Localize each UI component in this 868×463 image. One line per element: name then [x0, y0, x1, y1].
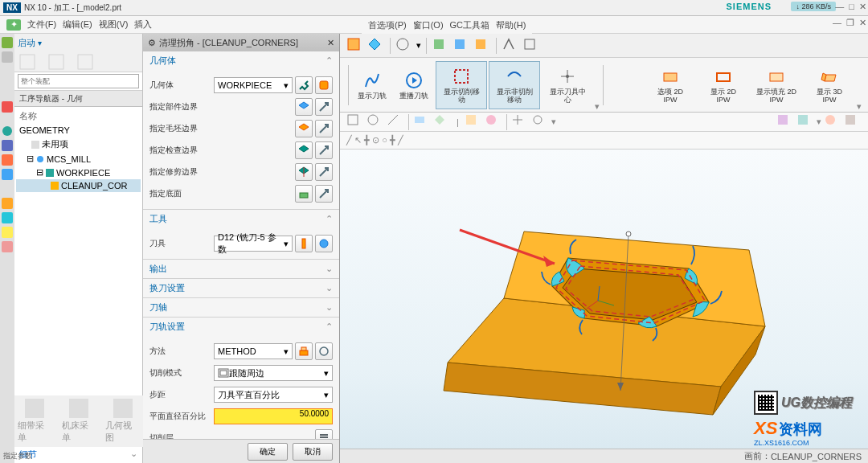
menu-prefs[interactable]: 首选项(P) [368, 19, 407, 31]
check-boundary-select-icon[interactable] [295, 141, 313, 159]
chevron-down-icon[interactable]: ▾ [817, 117, 821, 127]
vp-tool-6[interactable] [473, 37, 491, 55]
part-boundary-display-icon[interactable] [315, 98, 333, 116]
tree-item[interactable]: 未用项 [16, 137, 141, 152]
ribbon-show-fill-2d-ipw[interactable]: 显示填充 2D IPW [751, 61, 802, 109]
method-edit-icon[interactable] [295, 342, 313, 360]
trim-boundary-select-icon[interactable] [295, 163, 313, 181]
inner-close-icon[interactable]: ✕ [859, 18, 866, 28]
ribbon-show-3d-ipw[interactable]: 显示 3D IPW [804, 61, 855, 109]
ribbon-show-cutting[interactable]: 显示切削移动 [436, 61, 487, 109]
vp-tool-5[interactable] [452, 37, 470, 55]
assembly-search[interactable] [18, 74, 139, 88]
menu-gc-toolbox[interactable]: GC工具箱 [450, 19, 490, 31]
minimize-icon[interactable]: — [835, 2, 844, 12]
mini-tool-right-1[interactable] [776, 113, 794, 131]
mini-tool-5[interactable] [433, 113, 451, 131]
vp-tool-8[interactable] [522, 37, 540, 55]
trim-boundary-display-icon[interactable] [315, 163, 333, 181]
geometry-edit-icon[interactable] [295, 76, 313, 94]
mini-tool-6[interactable] [465, 113, 482, 131]
vp-tool-1[interactable] [346, 37, 364, 55]
mini-tool-3[interactable] [387, 113, 404, 131]
nav-icon-4[interactable] [2, 125, 13, 137]
section-tool[interactable]: 工具⌃ [143, 210, 339, 228]
floor-select-icon[interactable] [295, 185, 313, 203]
stepover-select[interactable]: 刀具平直百分比▾ [214, 387, 333, 403]
nav-icon-1[interactable] [2, 37, 13, 48]
ribbon-option-2d-ipw[interactable]: 选项 2D IPW [645, 61, 696, 109]
cut-pattern-select[interactable]: 跟随周边▾ [214, 365, 333, 381]
mini-tool-1[interactable] [346, 113, 364, 131]
nav-icon-8[interactable] [2, 198, 13, 209]
menu-file[interactable]: 文件(F) [27, 18, 56, 31]
geometry-new-icon[interactable] [315, 76, 333, 94]
vp-tool-3[interactable] [395, 37, 413, 55]
mini-tool-2[interactable] [366, 113, 384, 131]
chevron-down-icon[interactable]: ▾ [416, 40, 421, 51]
cut-level-icon[interactable] [315, 429, 333, 439]
tree-item-selected[interactable]: CLEANUP_COR [16, 179, 141, 192]
ribbon-show-noncutting[interactable]: 显示非切削移动 [489, 61, 540, 109]
mini-tool-9[interactable] [531, 113, 549, 131]
nav-icon-6[interactable] [2, 154, 13, 166]
gear-icon[interactable]: ⚙ [148, 38, 156, 48]
menu-edit[interactable]: 编辑(E) [63, 18, 92, 31]
tool-select[interactable]: D12 (铣刀-5 参数▾ [214, 236, 293, 252]
chevron-down-icon[interactable]: ▾ [551, 117, 556, 127]
section-tool-change[interactable]: 换刀设置⌄ [143, 279, 339, 297]
tool-new-icon[interactable] [295, 235, 313, 252]
ribbon-show-tool-center[interactable]: 显示刀具中心 [542, 61, 593, 109]
section-output[interactable]: 输出⌄ [143, 260, 339, 278]
ribbon-show-2d-ipw[interactable]: 显示 2D IPW [698, 61, 749, 109]
nav-icon-5[interactable] [2, 140, 13, 151]
ribbon-show-toolpath[interactable]: 显示刀轨 [352, 61, 392, 109]
chevron-down-icon[interactable]: ▾ [857, 101, 862, 112]
method-select[interactable]: METHOD▾ [214, 343, 293, 359]
maximize-icon[interactable]: □ [849, 2, 854, 12]
floor-display-icon[interactable] [315, 185, 333, 203]
nx-pill-icon[interactable]: ✦ [6, 19, 21, 31]
mini-tool-right-4[interactable] [844, 113, 862, 131]
vp-tool-4[interactable] [432, 37, 449, 55]
check-boundary-display-icon[interactable] [315, 141, 333, 159]
geometry-select[interactable]: WORKPIECE▾ [214, 77, 293, 93]
tree-item[interactable]: ⊟ WORKPIECE [16, 166, 141, 179]
mini-tool-right-3[interactable] [824, 113, 841, 131]
section-geometry[interactable]: 几何体⌃ [143, 51, 339, 70]
vp-tool-2[interactable] [367, 37, 385, 55]
nav-icon-2[interactable] [2, 51, 13, 63]
menu-insert[interactable]: 插入 [134, 18, 152, 31]
inner-restore-icon[interactable]: ❐ [846, 18, 854, 28]
chevron-down-icon[interactable]: ▾ [595, 101, 600, 112]
nav-icon-9[interactable] [2, 212, 13, 223]
method-show-icon[interactable] [315, 342, 333, 360]
nav-icon-3[interactable] [2, 101, 13, 113]
percent-input[interactable]: 50.0000 [214, 408, 333, 424]
ribbon-replay-toolpath[interactable]: 重播刀轨 [394, 61, 434, 109]
mini-tool-7[interactable] [485, 113, 502, 131]
nav-bottom-3[interactable]: 几何视图 [105, 399, 140, 444]
tree-item[interactable]: ⊟ MCS_MILL [16, 152, 141, 166]
menu-window[interactable]: 窗口(O) [413, 19, 444, 31]
section-path-settings[interactable]: 刀轨设置⌃ [143, 318, 339, 336]
nav-section-detail[interactable]: 细节 ⌄ [14, 445, 142, 463]
inner-minimize-icon[interactable]: — [833, 18, 841, 28]
menu-help[interactable]: 帮助(H) [496, 19, 526, 31]
cancel-button[interactable]: 取消 [293, 443, 333, 461]
start-dropdown[interactable]: 启动 ▾ [18, 37, 42, 49]
section-axis[interactable]: 刀轴⌄ [143, 298, 339, 317]
vp-tool-7[interactable] [502, 37, 519, 55]
ok-button[interactable]: 确定 [248, 443, 288, 461]
mini-tool-4[interactable] [413, 113, 431, 131]
tree-item[interactable]: GEOMETRY [16, 124, 141, 137]
mini-tool-8[interactable] [511, 113, 529, 131]
part-boundary-select-icon[interactable] [295, 98, 313, 116]
nav-icon-7[interactable] [2, 169, 13, 180]
nav-icon-11[interactable] [2, 241, 13, 252]
blank-boundary-select-icon[interactable] [295, 120, 313, 137]
dialog-close-icon[interactable]: ✕ [327, 38, 334, 48]
blank-boundary-display-icon[interactable] [315, 120, 333, 137]
nav-icon-10[interactable] [2, 227, 13, 238]
nav-bottom-2[interactable]: 机床采单 [62, 399, 96, 444]
